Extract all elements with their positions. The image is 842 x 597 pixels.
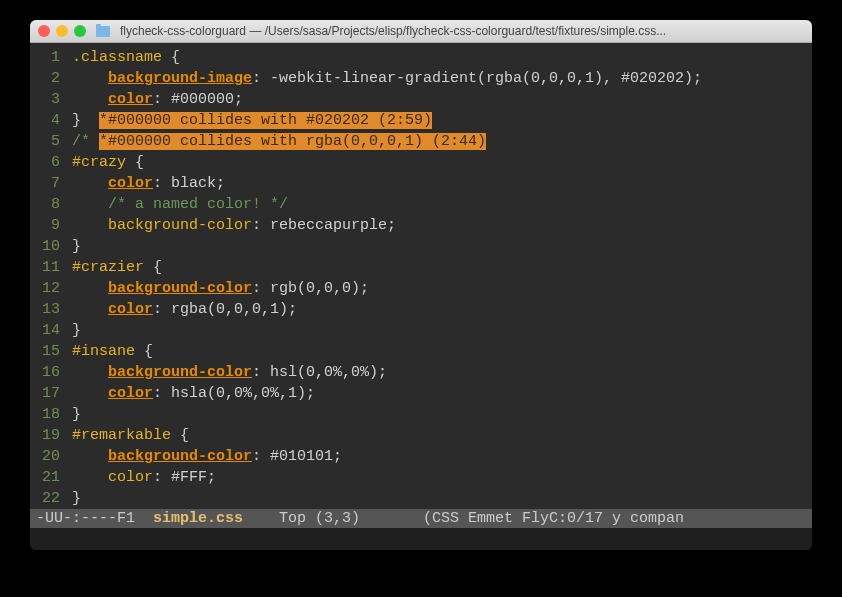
maximize-icon[interactable]	[74, 25, 86, 37]
minibuffer[interactable]	[30, 528, 812, 550]
code-token: #crazier	[72, 259, 144, 276]
code-line[interactable]: 19#remarkable {	[30, 425, 812, 446]
code-content[interactable]: }	[72, 236, 812, 257]
code-line[interactable]: 21 color: #FFF;	[30, 467, 812, 488]
code-line[interactable]: 5/* *#000000 collides with rgba(0,0,0,1)…	[30, 131, 812, 152]
line-number: 3	[30, 89, 72, 110]
code-token: : -webkit-linear-gradient(rgba(0,0,0,1),…	[252, 70, 702, 87]
code-line[interactable]: 8 /* a named color! */	[30, 194, 812, 215]
code-line[interactable]: 14}	[30, 320, 812, 341]
titlebar: flycheck-css-colorguard — /Users/sasa/Pr…	[30, 20, 812, 43]
code-token: {	[126, 154, 144, 171]
code-token: {	[144, 259, 162, 276]
code-content[interactable]: color: #000000;	[72, 89, 812, 110]
code-content[interactable]: /* a named color! */	[72, 194, 812, 215]
line-number: 14	[30, 320, 72, 341]
line-number: 6	[30, 152, 72, 173]
code-token: /* a named color! */	[108, 196, 288, 213]
modeline: -UU-:----F1 simple.css Top (3,3) (CSS Em…	[30, 509, 812, 528]
code-token	[72, 301, 108, 318]
code-token: color	[108, 385, 153, 402]
code-content[interactable]: color: hsla(0,0%,0%,1);	[72, 383, 812, 404]
line-number: 2	[30, 68, 72, 89]
code-content[interactable]: background-color: #010101;	[72, 446, 812, 467]
code-content[interactable]: background-color: hsl(0,0%,0%);	[72, 362, 812, 383]
code-line[interactable]: 4} *#000000 collides with #020202 (2:59)	[30, 110, 812, 131]
code-content[interactable]: background-color: rgb(0,0,0);	[72, 278, 812, 299]
code-content[interactable]: #crazier {	[72, 257, 812, 278]
code-content[interactable]: #insane {	[72, 341, 812, 362]
modeline-modes: (CSS Emmet FlyC:0/17 y compan	[423, 510, 684, 527]
code-content[interactable]: color: black;	[72, 173, 812, 194]
code-token: : hsl(0,0%,0%);	[252, 364, 387, 381]
code-content[interactable]: }	[72, 404, 812, 425]
code-content[interactable]: color: #FFF;	[72, 467, 812, 488]
line-number: 4	[30, 110, 72, 131]
line-number: 20	[30, 446, 72, 467]
line-number: 18	[30, 404, 72, 425]
code-token: : rgb(0,0,0);	[252, 280, 369, 297]
code-line[interactable]: 1.classname {	[30, 47, 812, 68]
code-line[interactable]: 15#insane {	[30, 341, 812, 362]
close-icon[interactable]	[38, 25, 50, 37]
code-line[interactable]: 11#crazier {	[30, 257, 812, 278]
minimize-icon[interactable]	[56, 25, 68, 37]
code-line[interactable]: 9 background-color: rebeccapurple;	[30, 215, 812, 236]
code-token: : rebeccapurple;	[252, 217, 396, 234]
code-token: {	[135, 343, 153, 360]
code-editor[interactable]: 1.classname {2 background-image: -webkit…	[30, 43, 812, 509]
code-content[interactable]: background-image: -webkit-linear-gradien…	[72, 68, 812, 89]
code-line[interactable]: 13 color: rgba(0,0,0,1);	[30, 299, 812, 320]
line-number: 13	[30, 299, 72, 320]
code-token	[72, 469, 108, 486]
code-line[interactable]: 20 background-color: #010101;	[30, 446, 812, 467]
code-token: }	[72, 238, 81, 255]
code-content[interactable]: background-color: rebeccapurple;	[72, 215, 812, 236]
code-token	[72, 217, 108, 234]
code-token: #insane	[72, 343, 135, 360]
code-content[interactable]: .classname {	[72, 47, 812, 68]
code-token	[72, 364, 108, 381]
code-token: *#000000 collides with rgba(0,0,0,1) (2:…	[99, 133, 486, 150]
line-number: 12	[30, 278, 72, 299]
code-content[interactable]: } *#000000 collides with #020202 (2:59)	[72, 110, 812, 131]
code-token: .classname	[72, 49, 162, 66]
code-line[interactable]: 12 background-color: rgb(0,0,0);	[30, 278, 812, 299]
code-line[interactable]: 3 color: #000000;	[30, 89, 812, 110]
modeline-filename: simple.css	[153, 510, 243, 527]
editor-window: flycheck-css-colorguard — /Users/sasa/Pr…	[30, 20, 812, 550]
code-line[interactable]: 18}	[30, 404, 812, 425]
modeline-position: Top (3,3)	[243, 510, 423, 527]
code-token	[72, 448, 108, 465]
code-token: : hsla(0,0%,0%,1);	[153, 385, 315, 402]
line-number: 21	[30, 467, 72, 488]
code-line[interactable]: 7 color: black;	[30, 173, 812, 194]
line-number: 5	[30, 131, 72, 152]
line-number: 1	[30, 47, 72, 68]
code-token: : rgba(0,0,0,1);	[153, 301, 297, 318]
code-line[interactable]: 10}	[30, 236, 812, 257]
code-content[interactable]: }	[72, 320, 812, 341]
code-line[interactable]: 16 background-color: hsl(0,0%,0%);	[30, 362, 812, 383]
line-number: 17	[30, 383, 72, 404]
code-line[interactable]: 2 background-image: -webkit-linear-gradi…	[30, 68, 812, 89]
line-number: 11	[30, 257, 72, 278]
code-token: {	[162, 49, 180, 66]
code-content[interactable]: #remarkable {	[72, 425, 812, 446]
code-token	[72, 196, 108, 213]
line-number: 15	[30, 341, 72, 362]
code-content[interactable]: }	[72, 488, 812, 509]
code-line[interactable]: 22}	[30, 488, 812, 509]
code-content[interactable]: color: rgba(0,0,0,1);	[72, 299, 812, 320]
code-line[interactable]: 6#crazy {	[30, 152, 812, 173]
code-content[interactable]: #crazy {	[72, 152, 812, 173]
code-token: : black;	[153, 175, 225, 192]
modeline-status: -UU-:----F1	[36, 510, 153, 527]
code-content[interactable]: /* *#000000 collides with rgba(0,0,0,1) …	[72, 131, 812, 152]
code-token: background-color	[108, 364, 252, 381]
line-number: 8	[30, 194, 72, 215]
code-token	[72, 280, 108, 297]
line-number: 19	[30, 425, 72, 446]
code-token	[72, 175, 108, 192]
code-line[interactable]: 17 color: hsla(0,0%,0%,1);	[30, 383, 812, 404]
